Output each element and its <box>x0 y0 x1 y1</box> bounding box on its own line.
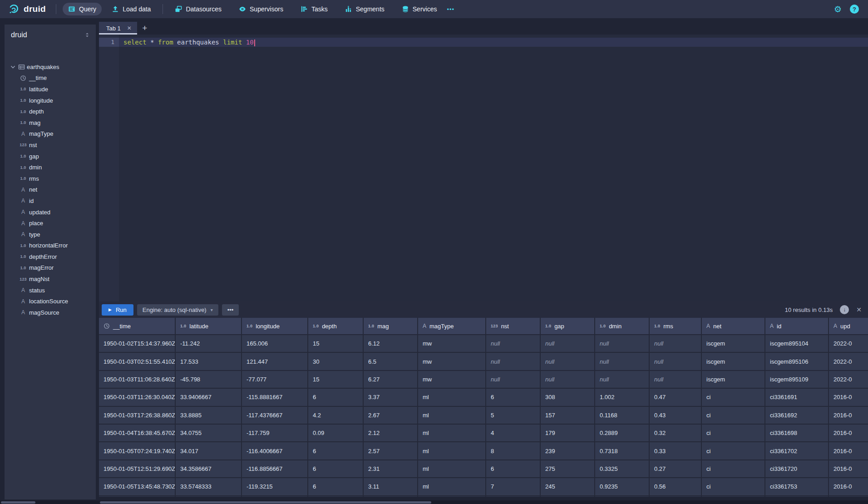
table-cell[interactable]: ci <box>702 460 765 478</box>
table-cell[interactable]: 6.5 <box>364 353 418 371</box>
column-header-nst[interactable]: 123nst <box>486 318 541 335</box>
table-cell[interactable]: 2.67 <box>364 407 418 425</box>
table-cell[interactable]: ci <box>702 425 765 442</box>
table-cell[interactable]: 0.56 <box>650 478 702 496</box>
table-cell[interactable]: ml <box>418 425 486 442</box>
table-cell[interactable]: ml <box>418 460 486 478</box>
nav-item-load-data[interactable]: Load data <box>106 3 156 15</box>
column-header-dmin[interactable]: 1.0dmin <box>595 318 650 335</box>
table-cell[interactable]: 34.3586667 <box>176 460 242 478</box>
table-cell[interactable]: -11.242 <box>176 335 242 353</box>
column-item-mag[interactable]: 1.0mag <box>5 117 96 128</box>
table-cell[interactable]: 30 <box>308 353 364 371</box>
table-cell[interactable]: 0.7318 <box>595 442 650 460</box>
table-cell[interactable]: 2016-0 <box>829 425 868 442</box>
nav-item-services[interactable]: Services <box>396 3 443 15</box>
table-cell[interactable]: 0.3325 <box>595 460 650 478</box>
column-item-magError[interactable]: 1.0magError <box>5 262 96 274</box>
column-item-depth[interactable]: 1.0depth <box>5 106 96 117</box>
column-item-place[interactable]: Aplace <box>5 217 96 229</box>
table-cell[interactable]: 6.12 <box>364 335 418 353</box>
column-header-id[interactable]: Aid <box>765 318 829 335</box>
table-cell[interactable]: 1950-01-03T17:26:38.860Z <box>99 407 176 425</box>
table-cell[interactable]: 0.27 <box>650 460 702 478</box>
column-item-gap[interactable]: 1.0gap <box>5 151 96 162</box>
column-item-horizontalError[interactable]: 1.0horizontalError <box>5 240 96 252</box>
table-hscroll-thumb[interactable] <box>100 501 431 504</box>
download-icon[interactable]: ↓ <box>840 305 849 314</box>
table-cell[interactable]: null <box>595 371 650 389</box>
add-tab-button[interactable]: + <box>137 22 153 35</box>
table-cell[interactable]: 0.32 <box>650 425 702 442</box>
table-cell[interactable]: 2022-0 <box>829 371 868 389</box>
column-header-gap[interactable]: 1.0gap <box>541 318 595 335</box>
table-cell[interactable]: ci <box>702 478 765 496</box>
table-cell[interactable]: 7 <box>486 478 541 496</box>
table-cell[interactable]: iscgem895106 <box>765 353 829 371</box>
table-cell[interactable]: iscgem <box>702 335 765 353</box>
table-cell[interactable]: 121.447 <box>242 353 308 371</box>
table-cell[interactable]: -116.8856667 <box>242 460 308 478</box>
table-cell[interactable]: 1950-01-04T16:38:45.670Z <box>99 425 176 442</box>
table-cell[interactable]: ci3361702 <box>765 442 829 460</box>
table-cell[interactable]: 179 <box>541 425 595 442</box>
table-cell[interactable]: 1950-01-03T11:26:30.040Z <box>99 389 176 406</box>
tab-close-icon[interactable]: ✕ <box>127 25 132 31</box>
column-header-rms[interactable]: 1.0rms <box>650 318 702 335</box>
table-cell[interactable]: 6 <box>486 460 541 478</box>
settings-gear-icon[interactable]: ⚙ <box>834 5 842 14</box>
column-item-rms[interactable]: 1.0rms <box>5 173 96 184</box>
column-header-net[interactable]: Anet <box>702 318 765 335</box>
table-cell[interactable]: 1950-01-03T02:51:55.410Z <box>99 353 176 371</box>
table-cell[interactable]: 275 <box>541 460 595 478</box>
table-cell[interactable]: 2022-0 <box>829 353 868 371</box>
column-item-nst[interactable]: 123nst <box>5 139 96 151</box>
column-item-type[interactable]: Atype <box>5 229 96 240</box>
table-cell[interactable]: 2.57 <box>364 442 418 460</box>
table-cell[interactable]: 1.002 <box>595 389 650 406</box>
table-cell[interactable]: 2.31 <box>364 460 418 478</box>
table-cell[interactable]: 0.33 <box>650 442 702 460</box>
table-cell[interactable]: 34.017 <box>176 442 242 460</box>
table-cell[interactable]: iscgem895109 <box>765 371 829 389</box>
column-item-longitude[interactable]: 1.0longitude <box>5 95 96 106</box>
table-cell[interactable]: -117.4376667 <box>242 407 308 425</box>
table-cell[interactable]: ci3361720 <box>765 460 829 478</box>
table-cell[interactable]: mw <box>418 335 486 353</box>
column-item-magType[interactable]: AmagType <box>5 128 96 140</box>
table-cell[interactable]: mw <box>418 353 486 371</box>
druid-logo[interactable]: druid <box>5 3 49 15</box>
table-cell[interactable]: 239 <box>541 442 595 460</box>
table-cell[interactable]: 33.5748333 <box>176 478 242 496</box>
table-cell[interactable]: 4.2 <box>308 407 364 425</box>
chevron-down-icon[interactable] <box>10 64 16 70</box>
table-cell[interactable]: null <box>650 353 702 371</box>
column-header-depth[interactable]: 1.0depth <box>308 318 364 335</box>
table-cell[interactable]: null <box>541 335 595 353</box>
table-cell[interactable]: 3.37 <box>364 389 418 406</box>
nav-more-button[interactable]: ••• <box>442 6 459 13</box>
table-cell[interactable]: 6 <box>308 460 364 478</box>
table-cell[interactable]: null <box>595 335 650 353</box>
nav-item-tasks[interactable]: Tasks <box>295 3 333 15</box>
column-item-magNst[interactable]: 123magNst <box>5 273 96 285</box>
table-cell[interactable]: -77.077 <box>242 371 308 389</box>
run-button[interactable]: ▶ Run <box>102 304 133 316</box>
table-cell[interactable]: null <box>650 335 702 353</box>
table-cell[interactable]: ci3361698 <box>765 425 829 442</box>
table-cell[interactable]: 2016-0 <box>829 478 868 496</box>
column-header-latitude[interactable]: 1.0latitude <box>176 318 242 335</box>
column-header-longitude[interactable]: 1.0longitude <box>242 318 308 335</box>
table-cell[interactable]: iscgem895104 <box>765 335 829 353</box>
table-cell[interactable]: 0.47 <box>650 389 702 406</box>
table-cell[interactable]: 6 <box>308 389 364 406</box>
table-cell[interactable]: null <box>595 353 650 371</box>
table-cell[interactable]: mw <box>418 371 486 389</box>
double-caret-sort-icon[interactable] <box>84 32 90 38</box>
table-cell[interactable]: null <box>486 371 541 389</box>
table-cell[interactable]: 15 <box>308 371 364 389</box>
column-item-magSource[interactable]: AmagSource <box>5 307 96 318</box>
table-cell[interactable]: 0.2889 <box>595 425 650 442</box>
table-cell[interactable]: 6 <box>308 478 364 496</box>
column-item-locationSource[interactable]: AlocationSource <box>5 296 96 307</box>
